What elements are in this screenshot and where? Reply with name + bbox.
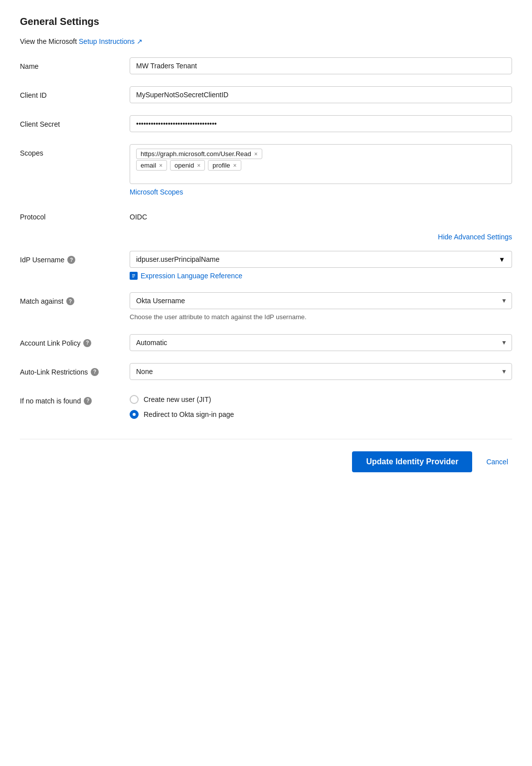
scopes-tags-row: https://graph.microsoft.com/User.Read × [136,149,506,159]
scope-tag-graph: https://graph.microsoft.com/User.Read × [136,149,262,159]
name-row: Name [20,57,512,74]
scopes-row: Scopes https://graph.microsoft.com/User.… [20,144,512,196]
client-secret-row: Client Secret [20,115,512,132]
cancel-button[interactable]: Cancel [482,456,512,468]
protocol-label: Protocol [20,208,130,221]
no-match-option-redirect[interactable]: Redirect to Okta sign-in page [130,410,512,419]
scope-remove-graph[interactable]: × [254,151,258,158]
hide-advanced-link[interactable]: Hide Advanced Settings [438,233,512,241]
protocol-row: Protocol OIDC [20,208,512,221]
scope-remove-profile[interactable]: × [233,162,237,169]
scope-remove-email[interactable]: × [159,162,163,169]
account-link-label: Account Link Policy ? [20,334,130,347]
idp-username-dropdown-button[interactable]: ▼ [492,251,512,268]
no-match-radio-group: Create new user (JIT) Redirect to Okta s… [130,392,512,419]
no-match-help-icon[interactable]: ? [84,397,92,405]
no-match-label: If no match is found ? [20,392,130,405]
setup-instructions: View the Microsoft Setup Instructions ↗ [20,37,512,45]
client-secret-control [130,115,512,132]
auto-link-select[interactable]: None Any Groups [130,363,512,380]
auto-link-row: Auto-Link Restrictions ? None Any Groups… [20,363,512,380]
client-id-control [130,86,512,103]
account-link-select[interactable]: Automatic Disabled Callout [130,334,512,351]
match-against-select[interactable]: Okta Username Okta Email Custom Attribut… [130,292,512,309]
chevron-down-icon: ▼ [499,256,505,263]
svg-rect-2 [132,276,135,276]
idp-username-input-wrap: ▼ [130,251,512,268]
idp-username-label: IdP Username ? [20,251,130,264]
account-link-help-icon[interactable]: ? [83,339,91,347]
expr-lang-icon [130,272,138,280]
setup-instructions-prefix: View the Microsoft [20,37,77,45]
account-link-control: Automatic Disabled Callout ▼ [130,334,512,351]
radio-jit-label: Create new user (JIT) [144,395,211,403]
match-against-select-wrap: Okta Username Okta Email Custom Attribut… [130,292,512,309]
auto-link-control: None Any Groups ▼ [130,363,512,380]
scopes-box[interactable]: https://graph.microsoft.com/User.Read × … [130,144,512,184]
account-link-row: Account Link Policy ? Automatic Disabled… [20,334,512,351]
match-against-helper: Choose the user attribute to match again… [130,312,512,322]
radio-redirect-label: Redirect to Okta sign-in page [144,410,234,418]
name-control [130,57,512,74]
client-secret-input[interactable] [130,115,512,132]
scope-tag-openid: openid × [170,160,205,171]
idp-username-row: IdP Username ? ▼ Expressio [20,251,512,280]
protocol-control: OIDC [130,208,512,221]
auto-link-label: Auto-Link Restrictions ? [20,363,130,376]
setup-instructions-link[interactable]: Setup Instructions ↗ [79,37,143,45]
ms-scopes-link[interactable]: Microsoft Scopes [130,188,183,196]
idp-username-input[interactable] [130,251,492,268]
no-match-option-jit[interactable]: Create new user (JIT) [130,395,512,404]
scopes-label: Scopes [20,144,130,157]
idp-username-control: ▼ Expression Language Reference [130,251,512,280]
client-id-label: Client ID [20,86,130,99]
auto-link-select-wrap: None Any Groups ▼ [130,363,512,380]
name-input[interactable] [130,57,512,74]
account-link-select-wrap: Automatic Disabled Callout ▼ [130,334,512,351]
svg-rect-1 [132,274,135,275]
match-against-label: Match against ? [20,292,130,305]
auto-link-help-icon[interactable]: ? [91,368,99,376]
match-against-help-icon[interactable]: ? [66,297,74,305]
name-label: Name [20,57,130,70]
client-id-input[interactable] [130,86,512,103]
external-link-icon: ↗ [137,37,143,45]
idp-username-help-icon[interactable]: ? [67,256,75,264]
match-against-row: Match against ? Okta Username Okta Email… [20,292,512,322]
scope-tag-email: email × [136,160,167,171]
scopes-control: https://graph.microsoft.com/User.Read × … [130,144,512,196]
radio-jit-circle [130,395,139,404]
submit-button[interactable]: Update Identity Provider [352,451,472,472]
footer-actions: Update Identity Provider Cancel [20,439,512,472]
page-title: General Settings [20,16,512,27]
scope-tag-profile: profile × [208,160,241,171]
page-container: General Settings View the Microsoft Setu… [0,0,532,766]
scope-remove-openid[interactable]: × [197,162,200,169]
scopes-tags-row2: email × openid × profile × [136,160,506,171]
client-id-row: Client ID [20,86,512,103]
expr-lang-link[interactable]: Expression Language Reference [130,272,242,280]
no-match-row: If no match is found ? Create new user (… [20,392,512,419]
client-secret-label: Client Secret [20,115,130,128]
no-match-control: Create new user (JIT) Redirect to Okta s… [130,392,512,419]
protocol-value: OIDC [130,208,512,221]
hide-advanced-section: Hide Advanced Settings [20,233,512,241]
radio-redirect-circle [130,410,139,419]
svg-rect-3 [132,277,134,277]
match-against-control: Okta Username Okta Email Custom Attribut… [130,292,512,322]
